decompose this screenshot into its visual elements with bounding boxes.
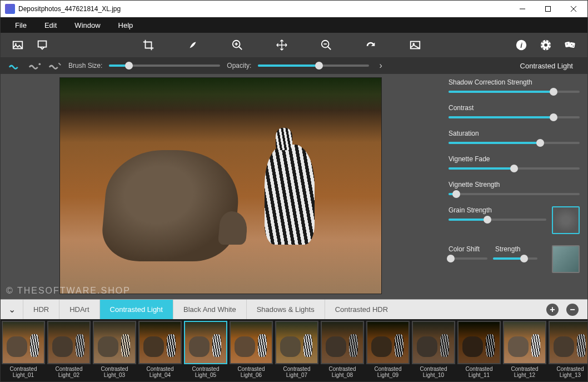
svg-line-11 (328, 47, 331, 50)
preset-thumb-2[interactable]: ContrastedLight_02 (46, 320, 92, 380)
image-canvas[interactable] (59, 77, 382, 294)
window-title: Depositphotos_447621814_XL.jpg (18, 5, 510, 13)
thumb-label: ContrastedLight_07 (283, 366, 311, 378)
preset-thumb-13[interactable]: ContrastedLight_13 (547, 320, 587, 380)
contrast-slider[interactable] (449, 116, 580, 118)
brush-size-label: Brush Size: (68, 62, 102, 70)
brushbar: Brush Size: Opacity: › Contrasted Light (1, 57, 587, 74)
saturation-label: Saturation (449, 130, 580, 137)
saturation-slider[interactable] (449, 142, 580, 144)
close-button[interactable] (561, 1, 586, 17)
thumb-label: ContrastedLight_10 (420, 366, 447, 378)
preset-thumb-8[interactable]: ContrastedLight_08 (320, 320, 365, 380)
tab-hdr[interactable]: HDR (23, 300, 59, 319)
contrast-label: Contrast (449, 104, 580, 112)
expand-panel-icon[interactable]: › (376, 61, 385, 71)
preset-thumb-10[interactable]: ContrastedLight_10 (411, 320, 456, 380)
thumb-label: ContrastedLight_08 (329, 366, 356, 378)
svg-point-21 (567, 43, 568, 44)
toolbar: i (1, 33, 587, 57)
compare-button[interactable] (405, 34, 426, 56)
shadow-correction-slider[interactable] (449, 91, 580, 93)
titlebar: Depositphotos_447621814_XL.jpg (1, 1, 587, 17)
brush-preset-2-icon[interactable] (28, 61, 42, 70)
redo-button[interactable] (360, 34, 381, 56)
preset-thumb-1[interactable]: ContrastedLight_01 (1, 320, 46, 380)
preset-thumb-9[interactable]: ContrastedLight_09 (365, 320, 411, 380)
zoom-out-button[interactable] (316, 34, 337, 56)
strength-slider[interactable] (493, 257, 537, 260)
tab-black-and-white[interactable]: Black And White (173, 300, 246, 319)
svg-line-7 (239, 47, 242, 50)
menu-edit[interactable]: Edit (36, 19, 66, 32)
settings-button[interactable] (535, 34, 556, 56)
color-shift-slider[interactable] (449, 257, 487, 260)
tab-contrasted-hdr[interactable]: Contrasted HDR (325, 300, 398, 319)
watermark: © THESOFTWARE.SHOP (6, 286, 131, 296)
main-area: © THESOFTWARE.SHOP Shadow Correction Str… (1, 74, 587, 299)
thumb-label: ContrastedLight_12 (511, 366, 539, 378)
svg-point-22 (571, 44, 572, 45)
thumb-label: ContrastedLight_03 (101, 366, 128, 378)
crop-button[interactable] (138, 34, 159, 56)
preset-thumb-6[interactable]: ContrastedLight_06 (228, 320, 274, 380)
thumb-label: ContrastedLight_06 (238, 366, 265, 378)
brush-size-slider[interactable] (109, 65, 220, 67)
preset-thumb-7[interactable]: ContrastedLight_07 (274, 320, 320, 380)
color-shift-label: Color Shift (449, 245, 480, 253)
vignette-fade-slider[interactable] (449, 167, 580, 170)
thumb-label: ContrastedLight_05 (192, 366, 220, 378)
svg-point-23 (573, 46, 574, 47)
menu-file[interactable]: File (6, 19, 36, 32)
brush-preset-3-icon[interactable] (48, 61, 62, 70)
smudge-button[interactable] (182, 34, 203, 56)
tab-hdart[interactable]: HDArt (59, 300, 99, 319)
thumb-label: ContrastedLight_11 (466, 366, 493, 378)
collapse-presets-icon[interactable]: ⌄ (1, 304, 23, 315)
info-button[interactable]: i (511, 34, 532, 56)
minimize-button[interactable] (510, 1, 535, 17)
remove-preset-button[interactable]: − (566, 304, 579, 316)
thumb-label: ContrastedLight_13 (557, 366, 584, 378)
brush-preset-1-icon[interactable] (8, 61, 22, 70)
preset-thumb-4[interactable]: ContrastedLight_04 (137, 320, 183, 380)
grain-strength-slider[interactable] (449, 219, 546, 221)
tab-contrasted-light[interactable]: Contrasted Light (99, 300, 173, 319)
thumb-label: ContrastedLight_01 (10, 366, 37, 378)
effect-title: Contrasted Light (520, 62, 580, 70)
svg-point-24 (38, 63, 41, 65)
menu-window[interactable]: Window (66, 19, 109, 32)
svg-text:i: i (520, 41, 522, 49)
vignette-strength-label: Vignette Strength (449, 181, 580, 188)
app-icon (5, 4, 15, 14)
preset-thumbnails[interactable]: ContrastedLight_01ContrastedLight_02Cont… (1, 319, 587, 381)
dice-button[interactable] (560, 34, 581, 56)
preset-thumb-11[interactable]: ContrastedLight_11 (456, 320, 502, 380)
add-preset-button[interactable]: + (546, 304, 559, 316)
app-window: Depositphotos_447621814_XL.jpg File Edit… (0, 0, 588, 382)
svg-line-25 (58, 63, 61, 65)
menu-help[interactable]: Help (109, 19, 142, 32)
tab-shadows-lights[interactable]: Shadows & Lights (246, 300, 325, 319)
preset-thumb-3[interactable]: ContrastedLight_03 (92, 320, 137, 380)
svg-rect-1 (546, 7, 551, 12)
shadow-correction-label: Shadow Correction Strength (449, 78, 580, 86)
opacity-slider[interactable] (258, 65, 369, 67)
pan-button[interactable] (271, 34, 292, 56)
grain-strength-label: Grain Strength (449, 206, 546, 214)
color-shift-swatch[interactable] (552, 245, 580, 273)
grain-swatch[interactable] (552, 206, 580, 234)
open-image-button[interactable] (7, 34, 28, 56)
preset-tabs: ⌄ HDR HDArt Contrasted Light Black And W… (1, 299, 587, 319)
preset-thumb-5[interactable]: ContrastedLight_05 (183, 320, 228, 380)
rhino-shape (99, 150, 242, 261)
preset-thumb-12[interactable]: ContrastedLight_12 (502, 320, 547, 380)
thumb-label: ContrastedLight_02 (56, 366, 83, 378)
thumb-label: ContrastedLight_04 (147, 366, 174, 378)
save-button[interactable] (32, 34, 53, 56)
vignette-strength-slider[interactable] (449, 193, 580, 195)
zoom-in-button[interactable] (227, 34, 248, 56)
maximize-button[interactable] (535, 1, 561, 17)
zebra-shape (265, 145, 315, 245)
strength-label: Strength (495, 245, 520, 253)
